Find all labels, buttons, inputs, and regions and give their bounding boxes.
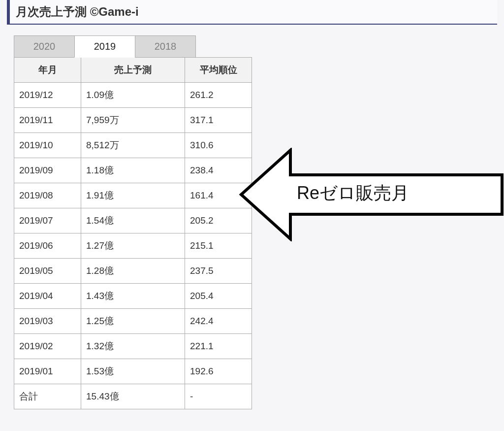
cell-year-month: 2019/08 — [14, 183, 81, 208]
cell-sales: 1.32億 — [81, 334, 185, 359]
cell-year-month: 2019/06 — [14, 233, 81, 259]
cell-year-month: 2019/05 — [14, 259, 81, 284]
year-tabs: 202020192018 — [14, 35, 504, 58]
cell-sales: 1.28億 — [81, 259, 185, 284]
table-row: 2019/051.28億237.5 — [14, 259, 252, 284]
sales-table: 年月 売上予測 平均順位 2019/121.09億261.22019/117,9… — [14, 57, 252, 409]
table-row: 2019/041.43億205.4 — [14, 284, 252, 309]
tab-2019[interactable]: 2019 — [74, 35, 135, 58]
cell-year-month: 合計 — [14, 384, 81, 409]
table-row: 2019/071.54億205.2 — [14, 208, 252, 233]
table-row: 2019/081.91億161.4 — [14, 183, 252, 208]
tab-2020[interactable]: 2020 — [14, 35, 75, 58]
table-row: 2019/021.32億221.1 — [14, 334, 252, 359]
header-year-month: 年月 — [14, 58, 81, 83]
cell-rank: 310.6 — [185, 133, 252, 158]
cell-rank: 161.4 — [185, 183, 252, 208]
cell-year-month: 2019/02 — [14, 334, 81, 359]
table-row: 2019/121.09億261.2 — [14, 83, 252, 108]
cell-year-month: 2019/01 — [14, 359, 81, 384]
table-row: 2019/091.18億238.4 — [14, 158, 252, 183]
cell-sales: 1.18億 — [81, 158, 185, 183]
table-row: 2019/117,959万317.1 — [14, 108, 252, 133]
header-rank: 平均順位 — [185, 58, 252, 83]
cell-rank: 205.2 — [185, 208, 252, 233]
cell-year-month: 2019/11 — [14, 108, 81, 133]
cell-rank: 205.4 — [185, 284, 252, 309]
cell-sales: 1.27億 — [81, 233, 185, 259]
table-row: 2019/061.27億215.1 — [14, 233, 252, 259]
cell-rank: 237.5 — [185, 259, 252, 284]
cell-rank: 317.1 — [185, 108, 252, 133]
cell-year-month: 2019/03 — [14, 309, 81, 334]
cell-sales: 15.43億 — [81, 384, 185, 409]
table-row: 2019/031.25億242.4 — [14, 309, 252, 334]
cell-year-month: 2019/07 — [14, 208, 81, 233]
cell-sales: 1.25億 — [81, 309, 185, 334]
cell-year-month: 2019/10 — [14, 133, 81, 158]
cell-year-month: 2019/12 — [14, 83, 81, 108]
cell-rank: 238.4 — [185, 158, 252, 183]
header-sales: 売上予測 — [81, 58, 185, 83]
cell-sales: 8,512万 — [81, 133, 185, 158]
cell-sales: 1.54億 — [81, 208, 185, 233]
cell-sales: 1.09億 — [81, 83, 185, 108]
cell-sales: 1.91億 — [81, 183, 185, 208]
table-row: 2019/011.53億192.6 — [14, 359, 252, 384]
cell-rank: 242.4 — [185, 309, 252, 334]
panel-title: 月次売上予測 ©Game-i — [7, 0, 497, 25]
cell-rank: 221.1 — [185, 334, 252, 359]
table-row: 2019/108,512万310.6 — [14, 133, 252, 158]
cell-rank: - — [185, 384, 252, 409]
table-header-row: 年月 売上予測 平均順位 — [14, 58, 252, 83]
cell-sales: 7,959万 — [81, 108, 185, 133]
table-total-row: 合計15.43億- — [14, 384, 252, 409]
cell-sales: 1.43億 — [81, 284, 185, 309]
cell-rank: 192.6 — [185, 359, 252, 384]
cell-rank: 215.1 — [185, 233, 252, 259]
cell-year-month: 2019/09 — [14, 158, 81, 183]
cell-rank: 261.2 — [185, 83, 252, 108]
cell-sales: 1.53億 — [81, 359, 185, 384]
cell-year-month: 2019/04 — [14, 284, 81, 309]
tab-2018[interactable]: 2018 — [135, 35, 196, 58]
